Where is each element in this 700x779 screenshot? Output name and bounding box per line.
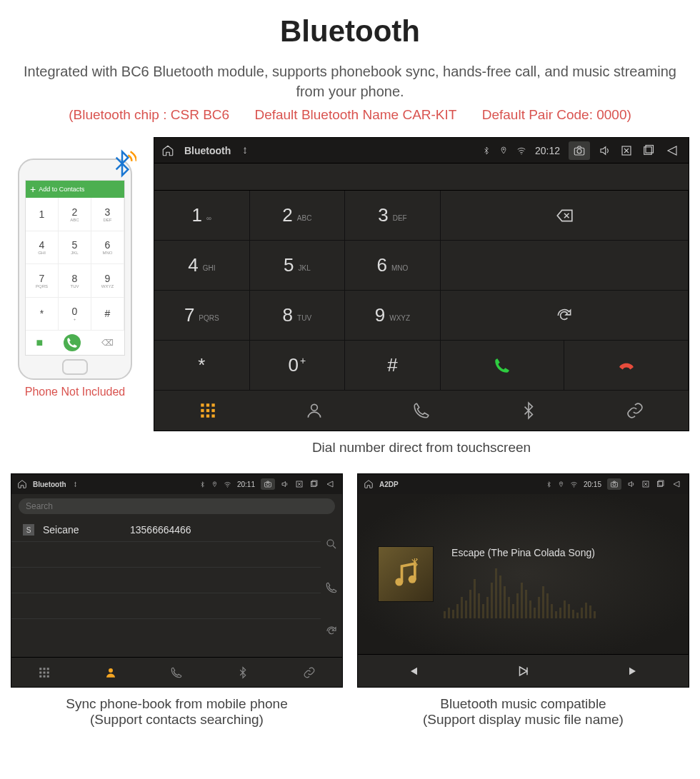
dialpad-key[interactable]: 2ABC — [250, 191, 346, 241]
call-button[interactable] — [441, 341, 565, 391]
search-icon[interactable] — [325, 538, 338, 551]
contact-number: 13566664466 — [130, 524, 191, 536]
spec-name: Default Bluetooth Name CAR-KIT — [254, 107, 456, 122]
back-icon[interactable] — [324, 480, 336, 488]
phone-key: 4GHI — [26, 231, 59, 265]
phonebook-caption: Sync phone-book from mobile phone (Suppo… — [11, 696, 343, 728]
tab-bluetooth[interactable] — [210, 658, 276, 687]
contact-row[interactable]: S Seicane 13566664466 — [11, 518, 321, 542]
dialpad-key[interactable]: # — [345, 341, 441, 391]
phone-key: 3DEF — [91, 198, 124, 231]
statusbar: A2DP 20:15 — [358, 474, 689, 494]
tab-contacts[interactable] — [261, 391, 369, 431]
statusbar: Bluetooth 20:11 — [11, 474, 342, 494]
phone-header: +Add to Contacts — [26, 181, 124, 198]
statusbar: Bluetooth 20:12 — [154, 138, 689, 164]
dialpad-key[interactable]: 8TUV — [250, 291, 346, 341]
search-input[interactable] — [19, 498, 335, 514]
phone-key: 6MNO — [91, 231, 124, 265]
volume-icon[interactable] — [599, 144, 611, 157]
music-caption: Bluetooth music compatible (Support disp… — [357, 696, 689, 728]
wifi-icon — [224, 481, 231, 488]
camera-icon[interactable] — [607, 478, 621, 490]
tab-pair[interactable] — [276, 658, 342, 687]
phone-mockup: +Add to Contacts 12ABC3DEF4GHI5JKL6MNO7P… — [18, 159, 132, 380]
volume-icon[interactable] — [281, 480, 289, 488]
tab-calls[interactable] — [368, 391, 475, 431]
dialpad-key[interactable]: 9WXYZ — [345, 291, 441, 341]
tab-dialpad[interactable] — [154, 391, 261, 431]
usb-icon — [241, 146, 249, 155]
phone-key: 5JKL — [59, 231, 91, 265]
backspace-icon: ⌫ — [101, 338, 114, 348]
equalizer-viz — [444, 561, 674, 618]
music-device: A2DP 20:15 Escape (The Pina Colada — [357, 473, 689, 688]
call-icon[interactable] — [325, 581, 338, 594]
video-icon: ■ — [36, 336, 44, 349]
contact-name: Seicane — [43, 524, 121, 536]
dialpad: 1∞2ABC3DEF4GHI5JKL6MNO7PQRS8TUV9WXYZ*0+# — [154, 191, 689, 391]
home-icon[interactable] — [161, 144, 174, 157]
backspace-button[interactable] — [441, 191, 689, 241]
spec-pair: Default Pair Code: 0000) — [482, 107, 631, 122]
dialpad-key[interactable]: 1∞ — [154, 191, 250, 241]
phone-key: 7PQRS — [26, 264, 59, 298]
dialpad-key[interactable]: 7PQRS — [154, 291, 250, 341]
wifi-icon — [516, 146, 526, 156]
home-icon[interactable] — [364, 479, 374, 489]
dialpad-key[interactable]: 6MNO — [345, 241, 441, 291]
hangup-button[interactable] — [564, 341, 689, 391]
clock-text: 20:12 — [535, 145, 560, 156]
phone-key: 8TUV — [59, 264, 91, 298]
prev-button[interactable] — [358, 655, 468, 687]
bluetooth-icon — [199, 481, 206, 488]
phonebook-device: Bluetooth 20:11 — [11, 473, 343, 688]
tab-dialpad[interactable] — [11, 658, 78, 687]
close-icon[interactable] — [295, 480, 304, 488]
contact-badge: S — [23, 524, 34, 536]
recent-icon[interactable] — [641, 144, 654, 157]
phone-key: 2ABC — [59, 198, 91, 231]
camera-icon[interactable] — [261, 478, 275, 490]
tab-bluetooth[interactable] — [475, 391, 582, 431]
dialpad-key[interactable]: 4GHI — [154, 241, 250, 291]
back-icon[interactable] — [663, 144, 681, 157]
tab-pair[interactable] — [581, 391, 689, 431]
tab-contacts[interactable] — [78, 658, 144, 687]
dialpad-key[interactable]: 0+ — [250, 341, 346, 391]
dial-display — [154, 164, 689, 191]
volume-icon[interactable] — [627, 480, 636, 488]
redial-button[interactable] — [441, 291, 689, 341]
statusbar-title: A2DP — [379, 481, 399, 488]
dialpad-key[interactable]: 3DEF — [345, 191, 441, 241]
empty — [441, 241, 689, 291]
dialpad-key[interactable]: * — [154, 341, 250, 391]
statusbar-title: Bluetooth — [33, 481, 66, 488]
bluetooth-icon — [546, 481, 552, 488]
location-icon — [211, 481, 218, 488]
play-button[interactable] — [468, 655, 578, 687]
refresh-icon[interactable] — [325, 625, 338, 638]
home-icon[interactable] — [17, 479, 27, 489]
main-device: Bluetooth 20:12 — [154, 137, 689, 431]
main-caption: Dial number direct from touchscreen — [154, 440, 689, 456]
location-icon — [558, 481, 564, 488]
album-art — [378, 546, 434, 602]
back-icon[interactable] — [670, 480, 683, 488]
camera-icon[interactable] — [569, 141, 590, 160]
page-subtitle: Integrated with BC6 Bluetooth module, su… — [11, 61, 689, 101]
recent-icon[interactable] — [309, 480, 318, 488]
bluetooth-icon — [482, 146, 491, 155]
phone-caption: Phone Not Included — [11, 386, 139, 398]
spec-chip: (Bluetooth chip : CSR BC6 — [69, 107, 229, 122]
recent-icon[interactable] — [656, 480, 664, 488]
close-icon[interactable] — [620, 144, 633, 157]
phone-key: * — [26, 298, 59, 331]
wifi-icon — [570, 481, 578, 488]
next-button[interactable] — [579, 655, 689, 687]
statusbar-title: Bluetooth — [184, 145, 231, 156]
close-icon[interactable] — [641, 480, 650, 488]
song-title: Escape (The Pina Colada Song) — [451, 547, 595, 558]
tab-calls[interactable] — [144, 658, 210, 687]
dialpad-key[interactable]: 5JKL — [250, 241, 346, 291]
